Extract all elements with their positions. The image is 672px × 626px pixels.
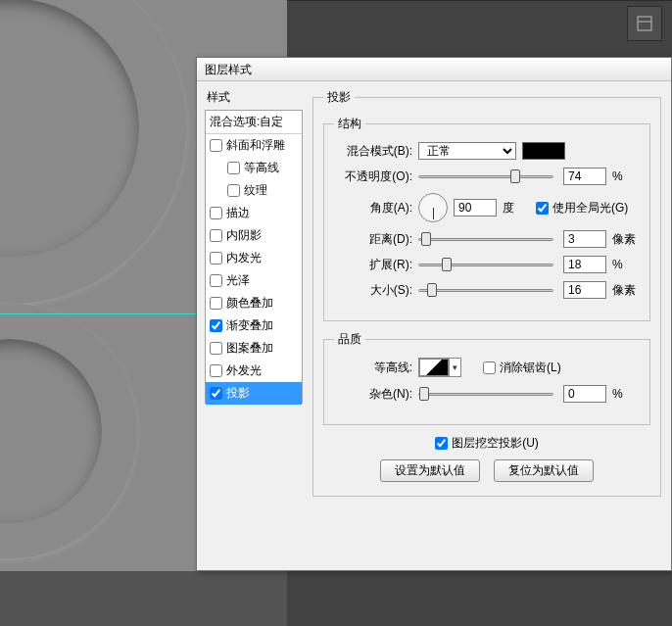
px-unit-2: 像素	[612, 282, 640, 299]
opacity-input[interactable]	[563, 168, 606, 185]
style-item-label: 斜面和浮雕	[226, 137, 285, 154]
knockout-label: 图层挖空投影(U)	[452, 435, 539, 452]
quality-title: 品质	[334, 331, 365, 348]
noise-label: 杂色(N):	[334, 386, 412, 403]
size-label: 大小(S):	[334, 282, 412, 299]
style-item-11[interactable]: 投影	[206, 382, 302, 405]
style-item-checkbox[interactable]	[227, 162, 240, 174]
style-item-checkbox[interactable]	[210, 364, 222, 377]
section-title: 投影	[323, 89, 355, 106]
knockout-checkbox[interactable]: 图层挖空投影(U)	[435, 435, 539, 452]
structure-title: 结构	[334, 116, 365, 132]
antialias-checkbox[interactable]: 消除锯齿(L)	[483, 360, 561, 376]
quality-fieldset: 品质 等高线: 消除锯齿(L) 杂色(N): %	[323, 331, 650, 425]
reset-default-button[interactable]: 复位为默认值	[494, 459, 594, 482]
spread-label: 扩展(R):	[334, 257, 412, 273]
noise-slider[interactable]	[418, 393, 553, 396]
style-item-2[interactable]: 纹理	[206, 179, 302, 202]
panel-icon	[636, 15, 653, 32]
percent-unit: %	[612, 169, 640, 183]
angle-label: 角度(A):	[334, 200, 412, 217]
style-item-0[interactable]: 斜面和浮雕	[206, 134, 302, 157]
style-item-checkbox[interactable]	[210, 274, 222, 287]
distance-input[interactable]	[563, 230, 606, 248]
style-item-checkbox[interactable]	[210, 139, 222, 152]
style-item-8[interactable]: 渐变叠加	[206, 314, 302, 337]
opacity-slider[interactable]	[418, 175, 553, 178]
size-slider[interactable]	[418, 289, 553, 292]
make-default-button[interactable]: 设置为默认值	[380, 459, 480, 482]
style-item-label: 外发光	[226, 362, 262, 379]
style-item-6[interactable]: 光泽	[206, 269, 302, 292]
opacity-label: 不透明度(O):	[334, 169, 412, 185]
style-item-label: 描边	[226, 205, 250, 221]
style-item-label: 内发光	[226, 250, 262, 266]
style-item-checkbox[interactable]	[210, 387, 222, 400]
style-item-checkbox[interactable]	[210, 319, 222, 332]
style-item-checkbox[interactable]	[210, 229, 222, 242]
style-item-label: 图案叠加	[226, 340, 273, 357]
angle-input[interactable]	[454, 199, 497, 217]
style-item-1[interactable]: 等高线	[206, 157, 302, 179]
blend-mode-label: 混合模式(B):	[334, 143, 412, 160]
style-item-checkbox[interactable]	[210, 297, 222, 310]
style-item-label: 纹理	[244, 182, 267, 199]
chevron-down-icon	[449, 359, 460, 376]
layer-style-dialog: 图层样式 样式 混合选项:自定 斜面和浮雕等高线纹理描边内阴影内发光光泽颜色叠加…	[196, 57, 672, 571]
app-bottom-bg	[287, 571, 672, 626]
style-item-label: 内阴影	[226, 227, 262, 244]
style-item-checkbox[interactable]	[210, 207, 222, 219]
style-item-label: 光泽	[226, 272, 250, 289]
dialog-title[interactable]: 图层样式	[197, 58, 671, 81]
styles-heading: 样式	[205, 89, 303, 106]
noise-input[interactable]	[563, 385, 606, 403]
style-item-5[interactable]: 内发光	[206, 247, 302, 269]
style-item-4[interactable]: 内阴影	[206, 224, 302, 247]
style-item-3[interactable]: 描边	[206, 202, 302, 224]
drop-shadow-fieldset: 投影 结构 混合模式(B): 正常 不透明度(O): %	[312, 89, 661, 497]
blend-mode-select[interactable]: 正常	[418, 142, 516, 160]
global-light-label: 使用全局光(G)	[552, 200, 628, 217]
percent-unit-3: %	[612, 387, 640, 401]
style-item-checkbox[interactable]	[227, 184, 240, 197]
panel-toggle-button[interactable]	[627, 6, 662, 41]
style-item-label: 等高线	[244, 160, 279, 176]
spread-input[interactable]	[563, 256, 606, 273]
style-list: 混合选项:自定 斜面和浮雕等高线纹理描边内阴影内发光光泽颜色叠加渐变叠加图案叠加…	[205, 110, 303, 404]
distance-label: 距离(D):	[334, 231, 412, 248]
percent-unit-2: %	[612, 258, 640, 271]
structure-fieldset: 结构 混合模式(B): 正常 不透明度(O): % 角度(A):	[323, 116, 650, 321]
px-unit: 像素	[612, 231, 640, 248]
app-toolbar-bg	[287, 0, 672, 57]
style-item-7[interactable]: 颜色叠加	[206, 292, 302, 314]
shadow-color-swatch[interactable]	[522, 142, 565, 160]
style-item-checkbox[interactable]	[210, 342, 222, 355]
contour-label: 等高线:	[334, 360, 412, 376]
style-item-10[interactable]: 外发光	[206, 360, 302, 382]
svg-rect-0	[638, 17, 651, 30]
style-item-9[interactable]: 图案叠加	[206, 337, 302, 360]
distance-slider[interactable]	[418, 238, 553, 241]
degree-unit: 度	[503, 200, 530, 217]
size-input[interactable]	[563, 281, 606, 299]
blend-options-header[interactable]: 混合选项:自定	[206, 111, 302, 134]
spread-slider[interactable]	[418, 264, 553, 266]
style-item-label: 投影	[226, 385, 250, 402]
angle-dial[interactable]	[418, 193, 448, 222]
antialias-label: 消除锯齿(L)	[500, 360, 561, 376]
contour-picker[interactable]	[418, 358, 461, 377]
style-item-label: 渐变叠加	[226, 317, 273, 334]
style-item-label: 颜色叠加	[226, 295, 273, 312]
global-light-checkbox[interactable]: 使用全局光(G)	[536, 200, 628, 217]
style-item-checkbox[interactable]	[210, 252, 222, 265]
